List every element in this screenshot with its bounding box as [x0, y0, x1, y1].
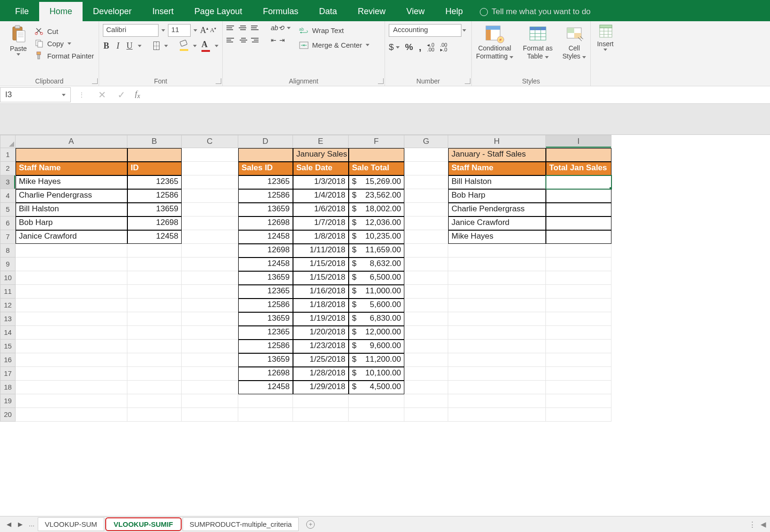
- cell-E12[interactable]: 1/18/2018: [293, 299, 349, 312]
- cell-C10[interactable]: [182, 271, 238, 285]
- cell-B5[interactable]: 13659: [127, 203, 182, 216]
- cell-B20[interactable]: [127, 408, 182, 422]
- cell-F11[interactable]: $11,000.00: [349, 285, 404, 299]
- col-header-C[interactable]: C: [182, 135, 238, 148]
- cell-F13[interactable]: $6,830.00: [349, 312, 404, 326]
- cell-C9[interactable]: [182, 258, 238, 271]
- cell-H7[interactable]: Mike Hayes: [448, 230, 546, 244]
- cell-E14[interactable]: 1/20/2018: [293, 326, 349, 340]
- cell-C4[interactable]: [182, 189, 238, 203]
- cell-E1[interactable]: January Sales: [293, 148, 349, 162]
- cell-H18[interactable]: [448, 381, 546, 394]
- cell-C19[interactable]: [182, 394, 238, 408]
- cell-F6[interactable]: $12,036.00: [349, 216, 404, 230]
- cell-G14[interactable]: [404, 326, 448, 340]
- cell-F18[interactable]: $4,500.00: [349, 381, 404, 394]
- scroll-left-icon[interactable]: ◀: [761, 520, 766, 529]
- cell-G7[interactable]: [404, 230, 448, 244]
- orientation-icon[interactable]: ab⟲: [271, 24, 284, 32]
- row-header-7[interactable]: 7: [0, 230, 16, 244]
- col-header-E[interactable]: E: [293, 135, 349, 148]
- font-color-button[interactable]: A: [201, 40, 210, 52]
- col-header-H[interactable]: H: [448, 135, 546, 148]
- cell-H12[interactable]: [448, 299, 546, 312]
- cell-C2[interactable]: [182, 162, 238, 175]
- italic-button[interactable]: I: [115, 41, 122, 51]
- cell-A10[interactable]: [16, 271, 127, 285]
- cell-A2[interactable]: Staff Name: [16, 162, 127, 175]
- cell-D14[interactable]: 12365: [238, 326, 293, 340]
- cell-E5[interactable]: 1/6/2018: [293, 203, 349, 216]
- format-painter-button[interactable]: Format Painter: [35, 51, 94, 60]
- increase-indent-icon[interactable]: ⇥: [279, 36, 285, 44]
- cell-G20[interactable]: [404, 408, 448, 422]
- cell-B8[interactable]: [127, 244, 182, 258]
- cell-H11[interactable]: [448, 285, 546, 299]
- cell-A15[interactable]: [16, 340, 127, 353]
- dropdown-icon[interactable]: [215, 45, 218, 47]
- cell-F17[interactable]: $10,100.00: [349, 367, 404, 381]
- cancel-icon[interactable]: ✕: [92, 89, 112, 100]
- cell-D2[interactable]: Sales ID: [238, 162, 293, 175]
- decrease-indent-icon[interactable]: ⇤: [271, 36, 276, 44]
- row-header-20[interactable]: 20: [0, 408, 16, 422]
- cell-H14[interactable]: [448, 326, 546, 340]
- cell-E15[interactable]: 1/23/2018: [293, 340, 349, 353]
- row-header-5[interactable]: 5: [0, 203, 16, 216]
- cell-B1[interactable]: [127, 148, 182, 162]
- cell-B14[interactable]: [127, 326, 182, 340]
- cell-C16[interactable]: [182, 353, 238, 367]
- decrease-decimal-icon[interactable]: .00▸.0: [440, 42, 447, 52]
- cell-I10[interactable]: [546, 271, 611, 285]
- cell-H6[interactable]: Janice Crawford: [448, 216, 546, 230]
- row-header-10[interactable]: 10: [0, 271, 16, 285]
- cut-button[interactable]: Cut: [35, 27, 94, 35]
- cell-E2[interactable]: Sale Date: [293, 162, 349, 175]
- cell-D10[interactable]: 13659: [238, 271, 293, 285]
- cell-B10[interactable]: [127, 271, 182, 285]
- dialog-launcher-icon[interactable]: [216, 78, 221, 84]
- cell-C12[interactable]: [182, 299, 238, 312]
- cell-B11[interactable]: [127, 285, 182, 299]
- increase-decimal-icon[interactable]: ◂.0.00: [427, 42, 434, 52]
- dropdown-icon[interactable]: [192, 29, 199, 32]
- cell-C3[interactable]: [182, 175, 238, 189]
- cell-grid[interactable]: January SalesJanuary - Staff SalesStaff …: [16, 148, 611, 422]
- cell-D1[interactable]: [238, 148, 293, 162]
- conditional-formatting-button[interactable]: ≠ Conditional Formatting: [476, 24, 514, 60]
- cell-B12[interactable]: [127, 299, 182, 312]
- cell-D6[interactable]: 12698: [238, 216, 293, 230]
- number-format-combo[interactable]: Accounting: [389, 24, 461, 37]
- cell-D16[interactable]: 13659: [238, 353, 293, 367]
- cell-H4[interactable]: Bob Harp: [448, 189, 546, 203]
- cell-A8[interactable]: [16, 244, 127, 258]
- sheet-tab[interactable]: VLOOKUP-SUM: [38, 517, 104, 531]
- cell-H13[interactable]: [448, 312, 546, 326]
- cell-G6[interactable]: [404, 216, 448, 230]
- row-header-19[interactable]: 19: [0, 394, 16, 408]
- row-header-16[interactable]: 16: [0, 353, 16, 367]
- cell-G18[interactable]: [404, 381, 448, 394]
- name-box[interactable]: I3: [0, 87, 71, 102]
- merge-center-button[interactable]: Merge & Center: [299, 41, 370, 49]
- cell-F1[interactable]: [349, 148, 404, 162]
- sheet-nav-prev[interactable]: ◀: [4, 521, 14, 528]
- grow-font-icon[interactable]: A▴: [200, 25, 209, 35]
- cell-C20[interactable]: [182, 408, 238, 422]
- tab-formulas[interactable]: Formulas: [252, 2, 309, 21]
- col-header-F[interactable]: F: [349, 135, 404, 148]
- cell-C5[interactable]: [182, 203, 238, 216]
- row-header-14[interactable]: 14: [0, 326, 16, 340]
- cell-I11[interactable]: [546, 285, 611, 299]
- row-header-1[interactable]: 1: [0, 148, 16, 162]
- cell-E10[interactable]: 1/15/2018: [293, 271, 349, 285]
- cell-I6[interactable]: [546, 216, 611, 230]
- font-name-combo[interactable]: Calibri: [103, 24, 159, 37]
- cell-I19[interactable]: [546, 394, 611, 408]
- cell-B19[interactable]: [127, 394, 182, 408]
- tab-data[interactable]: Data: [309, 2, 347, 21]
- dropdown-icon[interactable]: [160, 29, 167, 32]
- cell-G1[interactable]: [404, 148, 448, 162]
- tell-me[interactable]: Tell me what you want to do: [473, 7, 597, 21]
- cell-I15[interactable]: [546, 340, 611, 353]
